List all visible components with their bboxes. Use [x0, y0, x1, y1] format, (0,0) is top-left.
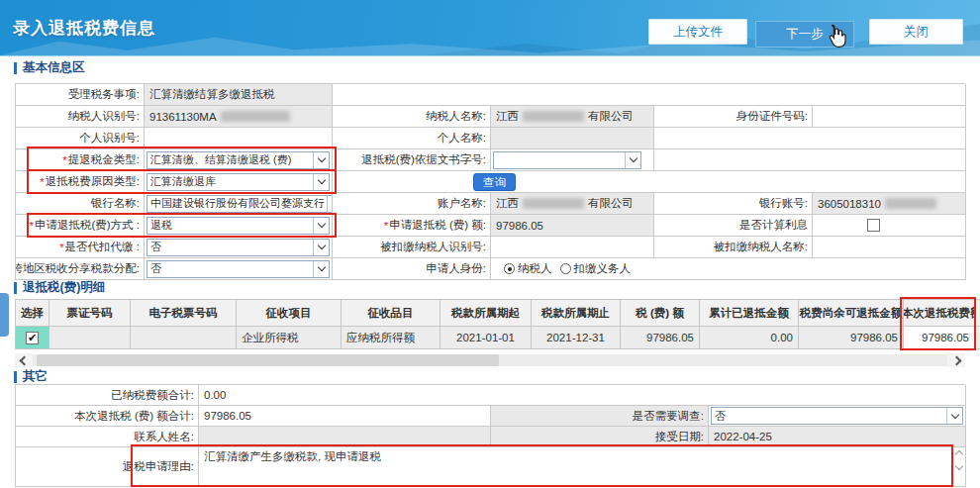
levy-item-cell: 企业所得税 — [237, 327, 342, 349]
taxpayer-id-value: 91361130MA — [145, 106, 333, 128]
section-title-other: 其它 — [14, 370, 48, 383]
col-header-levy-item: 征收项目 — [237, 300, 342, 327]
contact-value — [199, 427, 491, 447]
id-number-label: 身份证件号码: — [654, 106, 813, 128]
chevron-down-icon[interactable] — [946, 408, 962, 424]
col-header-current-refund: *本次退抵税费额 — [904, 300, 975, 327]
chevron-down-icon[interactable] — [313, 152, 329, 168]
doc-number-cell — [491, 149, 654, 171]
refund-type-select[interactable]: 汇算清缴、结算清缴退税 (费) — [147, 151, 330, 169]
doc-number-select[interactable] — [493, 151, 641, 169]
refund-detail-table: 选择 票证号码 电子税票号码 征收项目 征收品目 税款所属期起 税款所属期止 税… — [15, 299, 980, 349]
apply-method-label: *申请退抵税(费)方式 : — [16, 215, 145, 237]
apply-amount-value: 97986.05 — [491, 215, 654, 237]
personal-name-label: 个人名称: — [333, 128, 491, 149]
need-survey-select[interactable]: 否 — [711, 407, 963, 425]
section-title-detail: 退抵税(费)明细 — [14, 281, 105, 294]
chevron-down-icon[interactable] — [313, 174, 329, 190]
cross-region-cell: 否 — [145, 258, 333, 280]
col-header-period-start: 税款所属期起 — [441, 300, 532, 327]
basic-info-form: 受理税务事项: 汇算清缴结算多缴退抵税 纳税人识别号: 91361130MA 纳… — [15, 83, 965, 280]
section-bar — [14, 371, 17, 383]
col-header-remaining: 税费尚余可退抵金额 — [799, 300, 904, 327]
period-end-cell: 2021-12-31 — [532, 327, 621, 349]
reason-type-cell: 汇算清缴退库 — [145, 171, 333, 193]
scroll-right-icon[interactable] — [947, 353, 965, 367]
section-bar — [14, 282, 17, 294]
section-title-basic: 基本信息区 — [14, 61, 85, 74]
refund-type-label: *提退税金类型: — [16, 149, 145, 171]
tax-amount-cell: 97986.05 — [621, 327, 700, 349]
withhold-label: *是否代扣代缴 : — [16, 237, 145, 258]
col-header-levy-category: 征收品目 — [342, 300, 441, 327]
apply-method-cell: 退税 — [145, 215, 333, 237]
clipped-cell — [975, 327, 980, 349]
chevron-down-icon[interactable] — [625, 152, 640, 168]
accept-date-value: 2022-04-25 — [709, 427, 966, 447]
withhold-select[interactable]: 否 — [147, 239, 330, 256]
personal-id-label: 个人识别号: — [16, 128, 145, 149]
taxpayer-name-label: 纳税人名称: — [333, 106, 491, 128]
interest-label: 是否计算利息 — [654, 215, 813, 237]
accepted-matter-value: 汇算清缴结算多缴退抵税 — [145, 84, 333, 106]
withheld-taxpayer-id-label: 被扣缴纳税人识别号: — [333, 237, 491, 258]
reason-textarea[interactable]: 汇算清缴产生多缴税款, 现申请退税 — [204, 449, 381, 464]
textarea-scroll-icons[interactable] — [956, 451, 962, 469]
personal-id-value — [145, 128, 333, 149]
withheld-taxpayer-name-value — [813, 237, 966, 258]
upload-file-button[interactable]: 上传文件 — [648, 19, 747, 45]
chevron-down-icon[interactable] — [313, 240, 329, 255]
taxpayer-name-value: 江西有限公司 — [491, 106, 654, 128]
row-checkbox[interactable]: ✔ — [26, 332, 39, 344]
col-header-tax-amount: 税 (费) 额 — [621, 300, 700, 327]
radio-withholder-label: 扣缴义务人 — [574, 261, 632, 276]
bank-account-label: 银行账号: — [654, 193, 813, 215]
cross-region-label: *跨地区税收分享税款分配: — [16, 258, 145, 280]
refund-type-cell: 汇算清缴、结算清缴退税 (费) — [145, 149, 333, 171]
redacted-text — [221, 111, 290, 122]
radio-taxpayer-label: 纳税人 — [518, 261, 552, 276]
id-number-value — [813, 106, 966, 128]
query-button[interactable]: 查询 — [473, 173, 516, 191]
col-header-period-end: 税款所属期止 — [532, 300, 621, 327]
ticket-no-cell — [49, 327, 131, 349]
chevron-down-icon[interactable] — [313, 218, 329, 234]
doc-number-label: 退抵税(费)依据文书字号: — [333, 149, 491, 171]
close-button[interactable]: 关闭 — [869, 19, 963, 45]
paid-total-label: 已纳税费额合计: — [16, 385, 199, 406]
bank-name-select[interactable]: 中国建设银行股份有限公司婺源支行 — [147, 195, 333, 213]
reason-type-label: *退抵税费原因类型: — [16, 171, 145, 193]
contact-label: 联系人姓名: — [16, 427, 199, 447]
bank-name-label: 银行名称: — [16, 193, 145, 215]
etax-no-cell — [131, 327, 237, 349]
horizontal-scrollbar — [15, 353, 965, 367]
empty-cell — [654, 149, 966, 171]
empty-cell — [333, 84, 966, 106]
reason-label: 退税申请理由: — [16, 447, 199, 487]
accept-date-label: 接受日期: — [491, 427, 709, 447]
radio-taxpayer[interactable] — [504, 263, 515, 274]
col-header-select: 选择 — [16, 300, 49, 327]
withhold-cell: 否 — [145, 237, 333, 258]
account-name-value: 江西有限公司 — [491, 193, 654, 215]
radio-withholder[interactable] — [560, 263, 571, 274]
bank-account-value: 3605018310 — [813, 193, 966, 215]
personal-name-value — [491, 128, 654, 149]
interest-checkbox[interactable] — [867, 219, 880, 232]
chevron-down-icon[interactable] — [313, 261, 329, 277]
query-cell: 查询 — [333, 171, 966, 193]
current-total-value: 97986.05 — [199, 406, 491, 427]
other-info-form: 已纳税费额合计: 0.00 本次退抵税 (费) 额合计: 97986.05 是否… — [15, 384, 965, 487]
reason-type-select[interactable]: 汇算清缴退库 — [147, 173, 330, 191]
scrollbar-thumb[interactable] — [37, 354, 499, 366]
sidebar-collapse-tab[interactable] — [0, 293, 9, 337]
page-title: 录入退抵税费信息 — [13, 17, 155, 40]
cross-region-select[interactable]: 否 — [147, 260, 330, 278]
reason-cell: 汇算清缴产生多缴税款, 现申请退税 — [199, 447, 966, 487]
scrollbar-track[interactable] — [33, 354, 947, 366]
apply-method-select[interactable]: 退税 — [147, 217, 330, 235]
current-refund-input[interactable]: 97986.05 — [904, 327, 975, 349]
row-select-cell: ✔ — [16, 327, 49, 349]
scroll-left-icon[interactable] — [15, 353, 33, 367]
withheld-taxpayer-id-value — [491, 237, 654, 258]
